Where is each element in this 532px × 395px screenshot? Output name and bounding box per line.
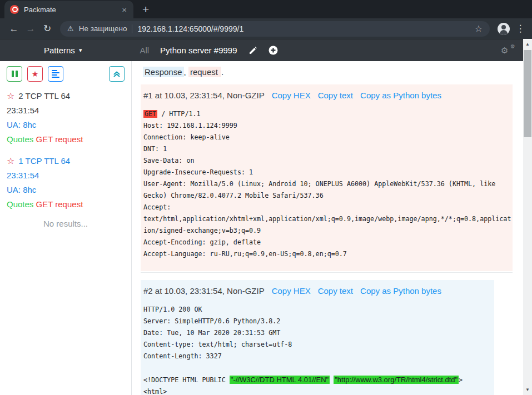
pattern-match-highlight: GET	[143, 110, 157, 118]
stream-ua-link[interactable]: UA: 8hc	[7, 118, 125, 132]
packet-line: User-Agent: Mozilla/5.0 (Linux; Android …	[143, 178, 509, 190]
packet-line: Gecko) Chrome/82.0.4077.2 Mobile Safari/…	[143, 190, 509, 202]
stream-tag-red: GET request	[36, 134, 83, 144]
packmate-favicon-icon	[10, 5, 19, 14]
favorite-star-icon[interactable]: ☆	[7, 91, 14, 101]
page-viewport: ★ ☆2 TCP TTL 6423:31:54UA: 8hcQuotes GET…	[0, 61, 523, 395]
browser-tab[interactable]: Packmate ×	[4, 1, 133, 18]
packet-line: DNT: 1	[143, 143, 509, 155]
patterns-dropdown[interactable]: Patterns ▾	[44, 46, 82, 55]
tab-close-icon[interactable]: ×	[121, 6, 128, 14]
copy-text-link[interactable]: Copy text	[318, 286, 353, 296]
pencil-icon	[248, 46, 257, 55]
not-secure-warning-icon[interactable]: ⚠	[67, 24, 74, 33]
stream-detail: Response, request. #1 at 10.03, 23:31:54…	[132, 61, 523, 395]
address-bar[interactable]: ⚠ Не защищено 192.168.1.124:65000/#/9999…	[60, 21, 490, 37]
copy-python-bytes-link[interactable]: Copy as Python bytes	[360, 286, 441, 296]
scrollbar-thumb[interactable]	[524, 50, 531, 137]
chevron-down-icon: ▾	[79, 47, 82, 54]
packet-line: HTTP/1.0 200 OK	[143, 304, 491, 316]
packet-line: Connection: keep-alive	[143, 132, 509, 143]
scroll-down-icon[interactable]: ▼	[523, 386, 532, 394]
favorite-star-icon[interactable]: ☆	[7, 156, 14, 166]
tab-current-service[interactable]: Python server #9999	[160, 46, 237, 55]
sidebar-toolbar: ★	[7, 66, 125, 82]
packet-line: Accept:	[143, 202, 509, 213]
favorites-filter-button[interactable]: ★	[27, 66, 43, 82]
back-icon[interactable]: ←	[6, 23, 22, 34]
browser-tab-strip: Packmate × +	[0, 0, 532, 18]
stream-title[interactable]: 2 TCP TTL 64	[18, 91, 70, 101]
stream-tag-green: Quotes	[7, 199, 33, 209]
url-text[interactable]: 192.168.1.124:65000/#/9999/1	[137, 24, 243, 33]
stream-list: ☆2 TCP TTL 6423:31:54UA: 8hcQuotes GET r…	[7, 89, 125, 212]
copy-python-bytes-link[interactable]: Copy as Python bytes	[360, 91, 441, 100]
forward-icon[interactable]: →	[22, 23, 39, 34]
url-separator	[132, 24, 132, 33]
legend-response: Response	[143, 67, 184, 77]
packet-line: <!DOCTYPE HTML PUBLIC "-//W3C//DTD HTML …	[143, 374, 491, 386]
packet-body: HTTP/1.0 200 OKServer: SimpleHTTP/0.6 Py…	[143, 304, 491, 395]
copy-hex-link[interactable]: Copy HEX	[272, 286, 311, 296]
stream-entry[interactable]: ☆1 TCP TTL 6423:31:54UA: 8hcQuotes GET r…	[7, 154, 125, 212]
packet-list: #1 at 10.03, 23:31:54, Non-GZIPCopy HEXC…	[141, 84, 523, 395]
edit-service-button[interactable]	[248, 46, 257, 55]
browser-menu-icon[interactable]: ⋮	[514, 23, 526, 34]
no-results-label: No results...	[7, 219, 125, 228]
vertical-scrollbar[interactable]: ▲ ▼	[523, 39, 532, 395]
stream-tag-red: GET request	[36, 199, 83, 209]
packet-line: Save-Data: on	[143, 155, 509, 167]
security-label[interactable]: Не защищено	[79, 24, 127, 33]
packet-line: <html>	[143, 386, 491, 395]
stream-entry[interactable]: ☆2 TCP TTL 6423:31:54UA: 8hcQuotes GET r…	[7, 89, 125, 147]
copy-hex-link[interactable]: Copy HEX	[272, 91, 311, 100]
pause-capture-button[interactable]	[7, 66, 22, 82]
stream-tag-green: Quotes	[7, 134, 33, 144]
packet-line: Date: Tue, 10 Mar 2020 20:31:53 GMT	[143, 327, 491, 339]
app-navbar: Patterns ▾ All Python server #9999 ⚙ ⚙	[0, 39, 523, 61]
packet-line	[143, 362, 491, 374]
packet-separator	[141, 272, 513, 273]
profile-avatar[interactable]	[498, 23, 510, 35]
copy-text-link[interactable]: Copy text	[318, 91, 353, 100]
add-service-button[interactable]	[269, 46, 278, 55]
collapse-sidebar-button[interactable]	[109, 66, 125, 82]
tab-all-streams[interactable]: All	[140, 46, 149, 55]
pattern-match-highlight: "-//W3C//DTD HTML 4.01//EN"	[230, 376, 330, 384]
packet-line: Upgrade-Insecure-Requests: 1	[143, 167, 509, 178]
packet-block-response: #2 at 10.03, 23:31:54, Non-GZIPCopy HEXC…	[141, 280, 494, 395]
bookmark-star-icon[interactable]: ☆	[475, 23, 483, 34]
packet-line: ion/signed-exchange;v=b3;q=0.9	[143, 225, 509, 237]
packet-line: Content-Length: 3327	[143, 351, 491, 362]
packet-line: Accept-Encoding: gzip, deflate	[143, 237, 509, 248]
packet-line: Host: 192.168.1.124:9999	[143, 120, 509, 132]
settings-gears-icon[interactable]: ⚙ ⚙	[501, 46, 514, 56]
plus-circle-icon	[269, 46, 278, 55]
pause-icon	[12, 71, 18, 77]
new-tab-button[interactable]: +	[142, 3, 149, 15]
stream-sidebar: ★ ☆2 TCP TTL 6423:31:54UA: 8hcQuotes GET…	[0, 61, 132, 395]
stream-time: 23:31:54	[7, 103, 125, 118]
packet-header: #2 at 10.03, 23:31:54, Non-GZIP	[143, 286, 265, 296]
packet-line: Server: SimpleHTTP/0.6 Python/3.8.2	[143, 316, 491, 327]
packet-body: GET / HTTP/1.1Host: 192.168.1.124:9999Co…	[143, 108, 509, 260]
tab-title: Packmate	[24, 6, 116, 14]
chevron-double-up-icon	[113, 70, 121, 78]
packet-block-request: #1 at 10.03, 23:31:54, Non-GZIPCopy HEXC…	[141, 84, 513, 271]
legend: Response, request.	[143, 67, 523, 77]
packet-line: GET / HTTP/1.1	[143, 108, 509, 120]
legend-request: request	[188, 67, 221, 77]
stream-ua-link[interactable]: UA: 8hc	[7, 183, 125, 197]
stream-title[interactable]: 1 TCP TTL 64	[18, 156, 70, 166]
packet-line: Accept-Language: ru-RU,ru;q=0.9,en-US;q=…	[143, 248, 509, 260]
reload-icon[interactable]: ↻	[39, 23, 56, 34]
packet-line: text/html,application/xhtml+xml,applicat…	[143, 213, 509, 225]
scroll-up-icon[interactable]: ▲	[523, 41, 532, 48]
stream-time: 23:31:54	[7, 168, 125, 183]
browser-toolbar: ← → ↻ ⚠ Не защищено 192.168.1.124:65000/…	[0, 18, 532, 39]
packet-line: Content-type: text/html; charset=utf-8	[143, 339, 491, 351]
align-left-icon	[52, 70, 59, 78]
pattern-match-highlight: "http://www.w3.org/TR/html4/strict.dtd"	[334, 376, 459, 384]
list-filter-button[interactable]	[48, 66, 63, 82]
packet-header: #1 at 10.03, 23:31:54, Non-GZIP	[143, 91, 265, 100]
